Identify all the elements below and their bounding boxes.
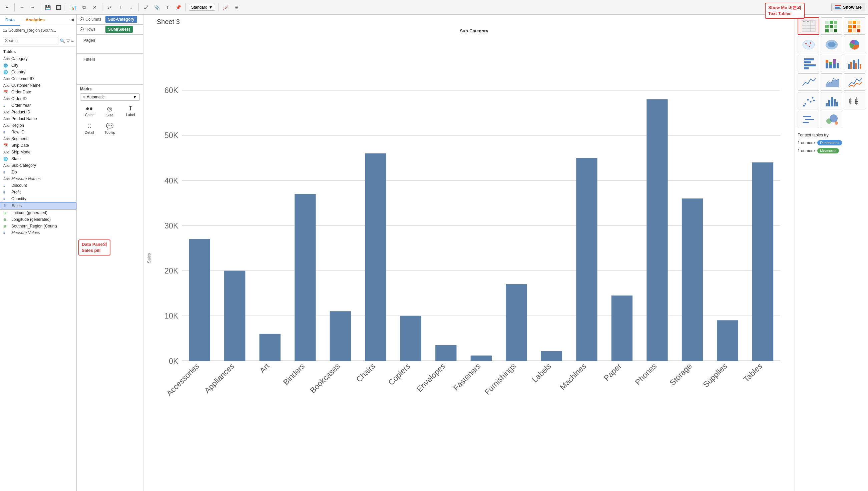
marks-label-button[interactable]: TLabel (121, 104, 140, 119)
svg-rect-30 (825, 29, 829, 32)
chart-type-gantt[interactable] (798, 111, 819, 128)
field-row[interactable]: #Measure Values (0, 230, 77, 236)
sort-desc-button[interactable]: ↓ (127, 3, 136, 12)
marks-tooltip-button[interactable]: 💬Tooltip (101, 121, 119, 136)
annotation-button[interactable]: 📎 (152, 3, 161, 12)
field-row[interactable]: 🌐City (0, 62, 77, 69)
bar-binders[interactable] (294, 194, 316, 361)
new-worksheet-button[interactable]: 📊 (69, 3, 78, 12)
field-row[interactable]: ⊕Longitude (generated) (0, 216, 77, 223)
chart-type-side-by-side[interactable] (844, 55, 865, 72)
field-row[interactable]: #Quantity (0, 196, 77, 202)
new-datasource-button[interactable]: 🔲 (54, 3, 63, 12)
bar-chart-icon[interactable]: 📈 (222, 3, 230, 12)
bar-phones[interactable] (646, 99, 667, 361)
chart-type-dual-line[interactable] (844, 74, 865, 91)
bar-envelopes[interactable] (435, 345, 456, 361)
field-row[interactable]: 📅Order Date (0, 89, 77, 95)
bar-fasteners[interactable] (471, 355, 492, 361)
marks-size-button[interactable]: ◎Size (101, 104, 119, 119)
chart-type-pie[interactable] (844, 36, 865, 53)
tab-data[interactable]: Data (0, 15, 20, 26)
field-row[interactable]: AbcMeasure Names (0, 175, 77, 182)
filter-icon[interactable]: ▽ (66, 38, 70, 44)
field-row[interactable]: ⊕Latitude (generated) (0, 209, 77, 216)
chart-type-heat-map[interactable] (821, 17, 842, 35)
bar-accessories[interactable] (189, 239, 210, 361)
field-row[interactable]: #Order Year (0, 102, 77, 109)
field-row[interactable]: #Sales (0, 202, 77, 209)
table-icon[interactable]: ⊞ (232, 3, 241, 12)
duplicate-button[interactable]: ⧉ (80, 3, 88, 12)
field-row[interactable]: AbcProduct ID (0, 109, 77, 115)
chart-type-text-table[interactable]: 123456 (798, 17, 819, 35)
field-row[interactable]: AbcShip Mode (0, 149, 77, 155)
clear-button[interactable]: ✕ (90, 3, 99, 12)
save-button[interactable]: 💾 (44, 3, 52, 12)
show-me-button[interactable]: Show Me (831, 3, 865, 11)
field-row[interactable]: AbcProduct Name (0, 115, 77, 122)
marks-type-dropdown[interactable]: ≡ Automatic ▼ (80, 93, 140, 101)
field-row[interactable]: AbcSub-Category (0, 162, 77, 169)
svg-text:34: 34 (807, 21, 809, 23)
standard-dropdown[interactable]: Standard ▼ (189, 4, 215, 11)
bar-furnishings[interactable] (506, 284, 527, 361)
chart-type-bubble[interactable] (821, 111, 842, 128)
marks-detail-button[interactable]: ⁚⁚Detail (80, 121, 99, 136)
swap-button[interactable]: ⇄ (106, 3, 114, 12)
pin-button[interactable]: 📌 (174, 3, 182, 12)
bar-tables[interactable] (752, 163, 773, 361)
tab-analytics[interactable]: Analytics (20, 15, 50, 26)
field-row[interactable]: 🌐State (0, 155, 77, 162)
highlight-button[interactable]: 🖊 (142, 3, 150, 12)
chart-type-box-plot[interactable] (844, 92, 865, 109)
field-row[interactable]: AbcCategory (0, 55, 77, 62)
chart-inner: Sub-Category 0K10K20K30K40K50K60KAccesso… (153, 28, 794, 488)
search-icon[interactable]: 🔍 (60, 38, 65, 44)
bar-appliances[interactable] (224, 270, 245, 361)
bar-copiers[interactable] (400, 316, 421, 361)
bar-art[interactable] (260, 334, 281, 361)
field-row[interactable]: AbcCustomer Name (0, 82, 77, 89)
chart-type-stacked-bar[interactable] (821, 55, 842, 72)
rows-pill[interactable]: SUM(Sales) (106, 26, 133, 33)
chart-type-filled-map[interactable] (821, 36, 842, 53)
text-button[interactable]: T (163, 3, 172, 12)
field-row[interactable]: #Zip (0, 169, 77, 175)
columns-pill[interactable]: Sub-Category (106, 16, 137, 23)
bar-supplies[interactable] (717, 320, 738, 361)
field-row[interactable]: AbcCustomer ID (0, 76, 77, 82)
svg-rect-27 (825, 25, 829, 28)
search-input[interactable] (3, 37, 58, 45)
chart-type-scatter[interactable] (798, 92, 819, 109)
bar-machines[interactable] (576, 158, 597, 361)
redo-button[interactable]: → (28, 3, 37, 12)
chart-type-histogram[interactable] (821, 92, 842, 109)
bar-chairs[interactable] (365, 153, 386, 361)
chart-type-scatter-map[interactable] (798, 36, 819, 53)
chart-type-line[interactable] (798, 74, 819, 91)
sort-asc-button[interactable]: ↑ (116, 3, 125, 12)
bar-labels[interactable] (541, 351, 562, 361)
field-row[interactable]: 🌐Country (0, 69, 77, 76)
field-row[interactable]: ⊕Southern_Region (Count) (0, 223, 77, 230)
list-view-icon[interactable]: ≡ (71, 38, 74, 44)
field-row[interactable]: AbcSegment (0, 136, 77, 142)
abc-icon: Abc (3, 164, 9, 168)
chart-type-area[interactable] (821, 74, 842, 91)
field-row[interactable]: AbcRegion (0, 122, 77, 129)
undo-button[interactable]: ← (18, 3, 26, 12)
bar-paper[interactable] (611, 295, 633, 361)
collapse-panel-button[interactable]: ◀ (68, 15, 77, 26)
marks-color-button[interactable]: ●●Color (80, 104, 99, 119)
chart-type-horizontal-bar[interactable] (798, 55, 819, 72)
field-row[interactable]: #Row ID (0, 129, 77, 136)
bar-storage[interactable] (682, 199, 703, 361)
field-row[interactable]: 📅Ship Date (0, 142, 77, 149)
bar-bookcases[interactable] (330, 311, 351, 361)
chart-type-highlight-table[interactable] (844, 17, 865, 35)
field-row[interactable]: #Profit (0, 189, 77, 196)
field-row[interactable]: AbcOrder ID (0, 95, 77, 102)
field-row[interactable]: #Discount (0, 182, 77, 189)
data-source-row[interactable]: 🗃 Southern_Region (South... (0, 26, 77, 35)
